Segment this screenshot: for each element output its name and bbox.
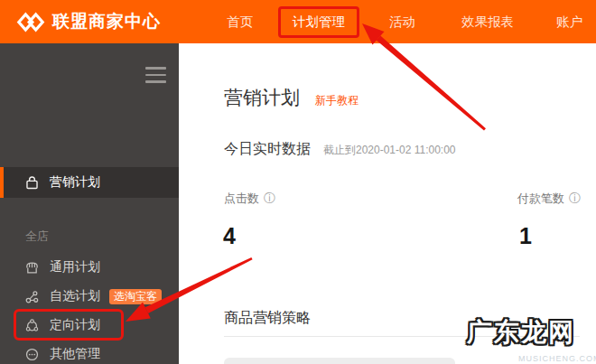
- app-title: 联盟商家中心: [52, 10, 161, 33]
- info-icon[interactable]: ⓘ: [264, 191, 275, 207]
- nav-item-reports[interactable]: 效果报表: [461, 0, 514, 43]
- strategy-section-title: 商品营销策略: [224, 309, 311, 328]
- top-header: 联盟商家中心 首页 计划管理 活动 效果报表 账户: [0, 0, 596, 43]
- site-watermark: 广东龙网: [467, 315, 575, 350]
- sidebar-item-general-plan[interactable]: 通用计划: [0, 255, 179, 280]
- nav-item-home[interactable]: 首页: [227, 0, 253, 43]
- stat-label-payments: 付款笔数 ⓘ: [517, 191, 581, 207]
- shopping-bag-icon: [24, 175, 40, 191]
- share-nodes-icon: [24, 289, 40, 304]
- nav-item-plan-management[interactable]: 计划管理: [293, 0, 345, 43]
- sidebar-section-store: 全店: [25, 229, 49, 245]
- sidebar-item-other-manage[interactable]: 其他管理: [0, 341, 179, 364]
- site-watermark-url: MUSICHENG.COM: [518, 354, 596, 363]
- sidebar-item-label: 营销计划: [50, 174, 100, 191]
- sidebar: 商品 营销计划 全店 通用计划 自选计划: [0, 43, 179, 364]
- alimama-logo-icon: [16, 11, 45, 33]
- stat-value-clicks: 4: [223, 223, 236, 249]
- realtime-cutoff-timestamp: 截止到2020-01-02 11:00:00: [323, 143, 456, 158]
- sidebar-item-label: 其他管理: [50, 346, 100, 362]
- info-icon[interactable]: ⓘ: [569, 191, 581, 207]
- page-title: 营销计划: [224, 85, 300, 110]
- app-window: 联盟商家中心 首页 计划管理 活动 效果报表 账户 商品 营销计划 全店: [0, 0, 596, 364]
- hamburger-menu-icon[interactable]: [145, 67, 166, 83]
- sidebar-item-label: 自选计划: [50, 288, 100, 304]
- sidebar-item-label: 定向计划: [50, 317, 100, 333]
- sidebar-item-targeted-plan[interactable]: 定向计划: [0, 313, 179, 338]
- nav-item-activities[interactable]: 活动: [389, 0, 415, 43]
- sidebar-item-self-select-plan[interactable]: 自选计划 选淘宝客: [0, 284, 179, 309]
- realtime-data-title: 今日实时数据: [224, 140, 311, 159]
- sidebar-item-label: 通用计划: [50, 259, 100, 275]
- nav-item-account[interactable]: 账户: [556, 0, 582, 43]
- sidebar-item-marketing-plan[interactable]: 营销计划: [0, 167, 179, 198]
- taoke-badge: 选淘宝客: [109, 289, 162, 304]
- stat-value-payments: 1: [519, 223, 532, 249]
- header-logo[interactable]: 联盟商家中心: [16, 0, 161, 43]
- ellipsis-circle-icon: [24, 347, 40, 362]
- stat-label-clicks: 点击数 ⓘ: [224, 191, 275, 207]
- bottom-panel-edge: [224, 358, 455, 364]
- targeted-plan-icon: [24, 318, 40, 333]
- storefront-icon: [24, 260, 40, 275]
- tutorial-link[interactable]: 新手教程: [315, 93, 359, 108]
- section-divider: [224, 336, 580, 337]
